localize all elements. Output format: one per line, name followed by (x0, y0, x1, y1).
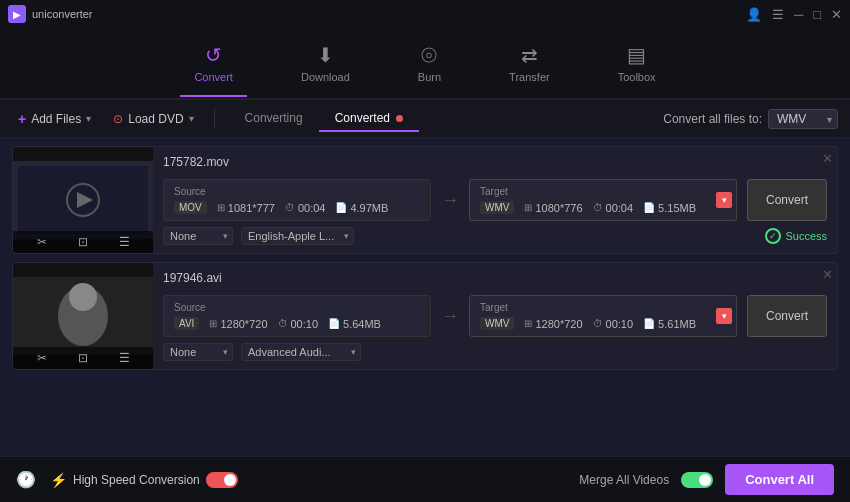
minimize-button[interactable]: ─ (794, 7, 803, 22)
thumb-tools-2: ✂ ⊡ ☰ (13, 347, 153, 369)
target-size-2: 📄 5.61MB (643, 318, 696, 330)
plus-icon: + (18, 111, 26, 127)
file-thumb-2: ✂ ⊡ ☰ (13, 263, 153, 369)
target-duration-2: ⏱ 00:10 (593, 318, 634, 330)
source-details-1: MOV ⊞ 1081*777 ⏱ 00:04 📄 4.97MB (174, 201, 420, 214)
settings-icon-2[interactable]: ☰ (119, 351, 130, 365)
tab-converted[interactable]: Converted (319, 106, 420, 132)
source-format-1: MOV (174, 201, 207, 214)
effect-select-wrap-1: None (163, 227, 233, 245)
load-dvd-button[interactable]: ⊙ Load DVD ▾ (107, 109, 199, 129)
bottom-right: Merge All Videos Convert All (579, 464, 834, 495)
menu-icon[interactable]: ☰ (772, 7, 784, 22)
title-bar: ▶ uniconverter 👤 ☰ ─ □ ✕ (0, 0, 850, 28)
source-duration-2: ⏱ 00:10 (278, 318, 319, 330)
dvd-icon: ⊙ (113, 112, 123, 126)
speed-label: High Speed Conversion (73, 473, 200, 487)
scissors-icon-1[interactable]: ✂ (37, 235, 47, 249)
audio-select-1[interactable]: English-Apple L... (241, 227, 354, 245)
effect-select-wrap-2: None (163, 343, 233, 361)
target-box-2: Target WMV ⊞ 1280*720 ⏱ 00:10 📄 (469, 295, 737, 337)
scissors-icon-2[interactable]: ✂ (37, 351, 47, 365)
target-format-2: WMV (480, 317, 514, 330)
tab-group: Converting Converted (229, 106, 420, 132)
source-label-1: Source (174, 186, 420, 197)
speed-toggle[interactable] (206, 472, 238, 488)
nav-burn[interactable]: ⦾ Burn (404, 38, 455, 89)
target-dur-icon-1: ⏱ (593, 202, 603, 213)
user-icon[interactable]: 👤 (746, 7, 762, 22)
source-target-row-2: Source AVI ⊞ 1280*720 ⏱ 00:10 📄 (163, 295, 827, 337)
nav-toolbox[interactable]: ▤ Toolbox (604, 37, 670, 89)
transfer-nav-icon: ⇄ (521, 43, 538, 67)
target-format-1: WMV (480, 201, 514, 214)
source-box-1: Source MOV ⊞ 1081*777 ⏱ 00:04 📄 (163, 179, 431, 221)
nav-download[interactable]: ⬇ Download (287, 37, 364, 89)
toolbar-separator (214, 109, 215, 129)
main-content: ✕ ✂ ⊡ ☰ 175782.mov Source MOV ⊞ 1081*777 (0, 138, 850, 456)
options-row-2: None Advanced Audi... (163, 343, 827, 361)
duration-icon-1: ⏱ (285, 202, 295, 213)
load-dvd-chevron[interactable]: ▾ (189, 113, 194, 124)
target-size-icon-2: 📄 (643, 318, 655, 329)
toolbox-nav-icon: ▤ (627, 43, 646, 67)
effect-select-1[interactable]: None (163, 227, 233, 245)
target-details-2: WMV ⊞ 1280*720 ⏱ 00:10 📄 5.61MB (480, 317, 726, 330)
target-box-1: Target WMV ⊞ 1080*776 ⏱ 00:04 📄 (469, 179, 737, 221)
source-resolution-1: ⊞ 1081*777 (217, 202, 275, 214)
card-close-1[interactable]: ✕ (822, 151, 833, 166)
source-label-2: Source (174, 302, 420, 313)
convert-all-button[interactable]: Convert All (725, 464, 834, 495)
file-card-1: ✕ ✂ ⊡ ☰ 175782.mov Source MOV ⊞ 1081*777 (12, 146, 838, 254)
arrow-2: → (441, 306, 459, 327)
nav-burn-label: Burn (418, 71, 441, 83)
bottom-bar: 🕐 ⚡ High Speed Conversion Merge All Vide… (0, 456, 850, 502)
card-close-2[interactable]: ✕ (822, 267, 833, 282)
success-check-icon-1: ✓ (765, 228, 781, 244)
tab-converting[interactable]: Converting (229, 106, 319, 132)
audio-select-wrap-2: Advanced Audi... (241, 343, 361, 361)
format-select[interactable]: WMV MP4 AVI MOV MKV (768, 109, 838, 129)
crop-icon-1[interactable]: ⊡ (78, 235, 88, 249)
close-button[interactable]: ✕ (831, 7, 842, 22)
nav-convert-label: Convert (194, 71, 233, 83)
add-files-chevron[interactable]: ▾ (86, 113, 91, 124)
target-format-dropdown-2[interactable]: ▾ (716, 308, 732, 324)
maximize-button[interactable]: □ (813, 7, 821, 22)
source-details-2: AVI ⊞ 1280*720 ⏱ 00:10 📄 5.64MB (174, 317, 420, 330)
crop-icon-2[interactable]: ⊡ (78, 351, 88, 365)
file-info-2: 197946.avi Source AVI ⊞ 1280*720 ⏱ 00:10 (153, 263, 837, 369)
convert-button-2[interactable]: Convert (747, 295, 827, 337)
target-details-1: WMV ⊞ 1080*776 ⏱ 00:04 📄 5.15MB (480, 201, 726, 214)
lightning-icon: ⚡ (50, 472, 67, 488)
format-select-wrapper: WMV MP4 AVI MOV MKV (768, 109, 838, 129)
source-size-2: 📄 5.64MB (328, 318, 381, 330)
toolbar: + Add Files ▾ ⊙ Load DVD ▾ Converting Co… (0, 100, 850, 138)
settings-icon-1[interactable]: ☰ (119, 235, 130, 249)
target-dur-icon-2: ⏱ (593, 318, 603, 329)
effect-select-2[interactable]: None (163, 343, 233, 361)
target-format-dropdown-1[interactable]: ▾ (716, 192, 732, 208)
arrow-1: → (441, 190, 459, 211)
merge-toggle[interactable] (681, 472, 713, 488)
options-row-1: None English-Apple L... ✓ Success (163, 227, 827, 245)
convert-button-1[interactable]: Convert (747, 179, 827, 221)
target-size-1: 📄 5.15MB (643, 202, 696, 214)
audio-select-2[interactable]: Advanced Audi... (241, 343, 361, 361)
source-box-2: Source AVI ⊞ 1280*720 ⏱ 00:10 📄 (163, 295, 431, 337)
nav-download-label: Download (301, 71, 350, 83)
merge-label: Merge All Videos (579, 473, 669, 487)
file-thumb-1: ✂ ⊡ ☰ (13, 147, 153, 253)
target-res-icon-2: ⊞ (524, 318, 532, 329)
success-label-1: Success (785, 230, 827, 242)
target-label-2: Target (480, 302, 726, 313)
convert-all-to-section: Convert all files to: WMV MP4 AVI MOV MK… (663, 109, 838, 129)
nav-transfer[interactable]: ⇄ Transfer (495, 37, 564, 89)
app-name: uniconverter (32, 8, 93, 20)
source-resolution-2: ⊞ 1280*720 (209, 318, 267, 330)
add-files-button[interactable]: + Add Files ▾ (12, 108, 97, 130)
clock-icon[interactable]: 🕐 (16, 470, 36, 489)
burn-nav-icon: ⦾ (421, 44, 437, 67)
nav-toolbox-label: Toolbox (618, 71, 656, 83)
nav-convert[interactable]: ↺ Convert (180, 37, 247, 89)
